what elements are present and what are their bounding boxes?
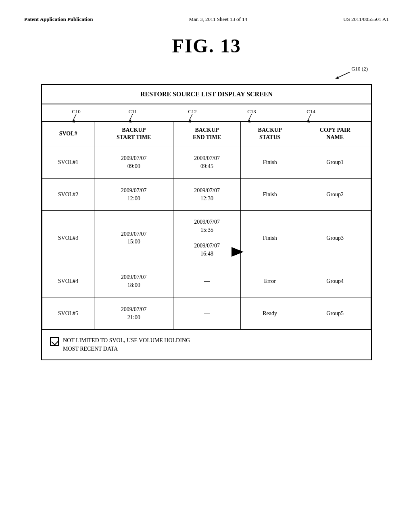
row2-status: Finish xyxy=(240,179,299,211)
row1-start: 2009/07/0709:00 xyxy=(94,146,173,179)
svg-text:C10: C10 xyxy=(72,108,81,114)
page-header: Patent Application Publication Mar. 3, 2… xyxy=(24,16,389,23)
svg-marker-1 xyxy=(336,76,339,79)
svg-text:C13: C13 xyxy=(247,108,256,114)
col-header-svol: SVOL# xyxy=(42,122,94,146)
footer-line1: NOT LIMITED TO SVOL, USE VOLUME HOLDING xyxy=(63,337,190,343)
svg-text:C11: C11 xyxy=(128,108,137,114)
col-header-backup-end: BACKUPEND TIME xyxy=(173,122,241,146)
screen-title: RESTORE SOURCE LIST DISPLAY SCREEN xyxy=(42,85,371,104)
svg-text:C14: C14 xyxy=(307,108,315,114)
row4-copy-pair: Group4 xyxy=(299,265,371,297)
row5-svol: SVOL#5 xyxy=(42,297,94,330)
publication-label: Patent Application Publication xyxy=(24,16,93,23)
row3-end: 2009/07/0715:35 2009/07/0716:48 xyxy=(173,211,241,265)
svg-marker-17 xyxy=(232,247,244,257)
row3-svol: SVOL#3 xyxy=(42,211,94,265)
diagram-container: G10 (2) RESTORE SOURCE LIST DISPLAY SCRE… xyxy=(41,65,372,360)
row5-copy-pair: Group5 xyxy=(299,297,371,330)
row2-copy-pair: Group2 xyxy=(299,179,371,211)
row5-start: 2009/07/0721:00 xyxy=(94,297,173,330)
row2-end: 2009/07/0712:30 xyxy=(173,179,241,211)
checkbox-icon[interactable] xyxy=(50,337,59,346)
row4-end: — xyxy=(173,265,241,297)
column-annotations: C10 C11 C12 C13 C14 xyxy=(42,104,371,121)
table-row: SVOL#4 2009/07/0718:00 — Error Group4 xyxy=(42,265,371,297)
column-arrows-svg: C10 C11 C12 C13 C14 xyxy=(42,108,371,125)
row5-end: — xyxy=(173,297,241,330)
table-row: SVOL#5 2009/07/0721:00 — Ready Group5 xyxy=(42,297,371,330)
col-header-backup-start: BACKUPSTART TIME xyxy=(94,122,173,146)
patent-number: US 2011/0055501 A1 xyxy=(343,16,389,23)
col-header-backup-status: BACKUPSTATUS xyxy=(240,122,299,146)
g10-arrow-icon xyxy=(332,71,356,79)
row3-status: Finish xyxy=(240,211,299,265)
row3-arrow-icon xyxy=(232,247,244,257)
svg-text:C12: C12 xyxy=(188,108,197,114)
row1-copy-pair: Group1 xyxy=(299,146,371,179)
row2-start: 2009/07/0712:00 xyxy=(94,179,173,211)
row4-status: Error xyxy=(240,265,299,297)
row4-start: 2009/07/0718:00 xyxy=(94,265,173,297)
row2-svol: SVOL#2 xyxy=(42,179,94,211)
publication-date-sheet: Mar. 3, 2011 Sheet 13 of 14 xyxy=(189,16,247,23)
footer-line2: MOST RECENT DATA xyxy=(63,346,118,352)
col-header-copy-pair: COPY PAIRNAME xyxy=(299,122,371,146)
row3-start: 2009/07/0715:00 xyxy=(94,211,173,265)
figure-title: FIG. 13 xyxy=(24,35,389,57)
row1-status: Finish xyxy=(240,146,299,179)
row1-svol: SVOL#1 xyxy=(42,146,94,179)
table-row: SVOL#2 2009/07/0712:00 2009/07/0712:30 F… xyxy=(42,179,371,211)
table-row: SVOL#1 2009/07/0709:00 2009/07/0709:45 F… xyxy=(42,146,371,179)
table-row: SVOL#3 2009/07/0715:00 2009/07/0715:35 2… xyxy=(42,211,371,265)
g10-label: G10 (2) xyxy=(351,66,368,72)
footer-area: NOT LIMITED TO SVOL, USE VOLUME HOLDING … xyxy=(42,330,371,360)
screen-box: RESTORE SOURCE LIST DISPLAY SCREEN C10 C… xyxy=(41,84,372,360)
footer-text: NOT LIMITED TO SVOL, USE VOLUME HOLDING … xyxy=(63,336,190,353)
data-table: SVOL# BACKUPSTART TIME BACKUPEND TIME BA… xyxy=(42,121,371,330)
row5-status: Ready xyxy=(240,297,299,330)
page: Patent Application Publication Mar. 3, 2… xyxy=(0,0,413,532)
row3-copy-pair: Group3 xyxy=(299,211,371,265)
row1-end: 2009/07/0709:45 xyxy=(173,146,241,179)
row4-svol: SVOL#4 xyxy=(42,265,94,297)
